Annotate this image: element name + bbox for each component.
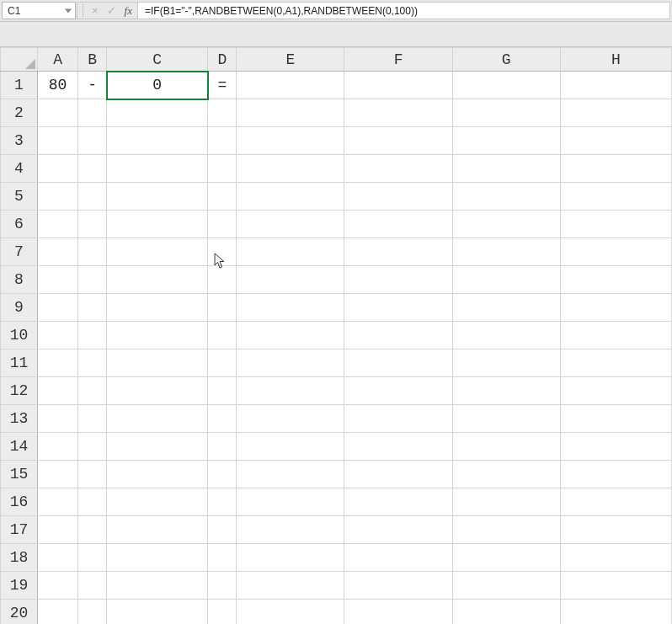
cell-A6[interactable] bbox=[38, 211, 78, 238]
cell-G19[interactable] bbox=[452, 572, 560, 600]
cell-B5[interactable] bbox=[78, 183, 107, 211]
row-header-9[interactable]: 9 bbox=[1, 294, 38, 322]
cell-H19[interactable] bbox=[560, 572, 671, 600]
cell-A17[interactable] bbox=[38, 516, 78, 544]
cell-H3[interactable] bbox=[560, 127, 671, 155]
cell-A19[interactable] bbox=[38, 572, 78, 600]
cell-B17[interactable] bbox=[78, 516, 107, 544]
row-header-8[interactable]: 8 bbox=[1, 266, 38, 294]
cell-C1[interactable]: 0 bbox=[107, 72, 208, 99]
row-header-15[interactable]: 15 bbox=[1, 461, 38, 488]
cell-E13[interactable] bbox=[237, 405, 344, 433]
cell-D12[interactable] bbox=[208, 377, 237, 405]
cell-G20[interactable] bbox=[452, 600, 560, 625]
cell-B8[interactable] bbox=[78, 266, 107, 294]
cell-H17[interactable] bbox=[560, 516, 671, 544]
enter-formula-button[interactable]: ✓ bbox=[107, 4, 116, 17]
cell-G13[interactable] bbox=[452, 405, 560, 433]
row-header-14[interactable]: 14 bbox=[1, 433, 38, 461]
cell-B2[interactable] bbox=[78, 99, 107, 127]
cell-H4[interactable] bbox=[560, 155, 671, 183]
cell-C16[interactable] bbox=[107, 488, 208, 516]
cell-H15[interactable] bbox=[560, 461, 671, 488]
cell-C4[interactable] bbox=[107, 155, 208, 183]
cell-B6[interactable] bbox=[78, 211, 107, 238]
row-header-6[interactable]: 6 bbox=[1, 211, 38, 238]
cell-E11[interactable] bbox=[237, 349, 344, 377]
cell-D4[interactable] bbox=[208, 155, 237, 183]
cell-F17[interactable] bbox=[344, 516, 452, 544]
cell-G10[interactable] bbox=[452, 322, 560, 349]
cell-F5[interactable] bbox=[344, 183, 452, 211]
cell-H11[interactable] bbox=[560, 349, 671, 377]
column-header-G[interactable]: G bbox=[452, 48, 560, 72]
cell-D6[interactable] bbox=[208, 211, 237, 238]
cell-B1[interactable]: - bbox=[78, 72, 107, 99]
cell-A4[interactable] bbox=[38, 155, 78, 183]
cell-D11[interactable] bbox=[208, 349, 237, 377]
cell-D13[interactable] bbox=[208, 405, 237, 433]
cell-D17[interactable] bbox=[208, 516, 237, 544]
cell-D9[interactable] bbox=[208, 294, 237, 322]
row-header-16[interactable]: 16 bbox=[1, 488, 38, 516]
cell-G4[interactable] bbox=[452, 155, 560, 183]
cell-G14[interactable] bbox=[452, 433, 560, 461]
cell-B20[interactable] bbox=[78, 600, 107, 625]
insert-function-button[interactable]: fx bbox=[125, 4, 132, 18]
cell-B3[interactable] bbox=[78, 127, 107, 155]
cell-H2[interactable] bbox=[560, 99, 671, 127]
cell-C6[interactable] bbox=[107, 211, 208, 238]
row-header-11[interactable]: 11 bbox=[1, 349, 38, 377]
row-header-3[interactable]: 3 bbox=[1, 127, 38, 155]
cell-D8[interactable] bbox=[208, 266, 237, 294]
cell-H20[interactable] bbox=[560, 600, 671, 625]
cell-C19[interactable] bbox=[107, 572, 208, 600]
cell-C18[interactable] bbox=[107, 544, 208, 572]
cell-G11[interactable] bbox=[452, 349, 560, 377]
cell-F19[interactable] bbox=[344, 572, 452, 600]
cell-G8[interactable] bbox=[452, 266, 560, 294]
cell-A13[interactable] bbox=[38, 405, 78, 433]
row-header-13[interactable]: 13 bbox=[1, 405, 38, 433]
cell-C12[interactable] bbox=[107, 377, 208, 405]
cell-E6[interactable] bbox=[237, 211, 344, 238]
cell-E7[interactable] bbox=[237, 238, 344, 266]
cell-F20[interactable] bbox=[344, 600, 452, 625]
cell-B9[interactable] bbox=[78, 294, 107, 322]
cell-A8[interactable] bbox=[38, 266, 78, 294]
cell-H12[interactable] bbox=[560, 377, 671, 405]
cell-D18[interactable] bbox=[208, 544, 237, 572]
cell-F14[interactable] bbox=[344, 433, 452, 461]
cell-A11[interactable] bbox=[38, 349, 78, 377]
row-header-5[interactable]: 5 bbox=[1, 183, 38, 211]
cell-D2[interactable] bbox=[208, 99, 237, 127]
cell-C20[interactable] bbox=[107, 600, 208, 625]
cell-B16[interactable] bbox=[78, 488, 107, 516]
cell-E10[interactable] bbox=[237, 322, 344, 349]
cell-C8[interactable] bbox=[107, 266, 208, 294]
cell-D14[interactable] bbox=[208, 433, 237, 461]
cell-E3[interactable] bbox=[237, 127, 344, 155]
cell-C7[interactable] bbox=[107, 238, 208, 266]
cell-A10[interactable] bbox=[38, 322, 78, 349]
cell-G12[interactable] bbox=[452, 377, 560, 405]
cell-C3[interactable] bbox=[107, 127, 208, 155]
cell-F2[interactable] bbox=[344, 99, 452, 127]
cell-A9[interactable] bbox=[38, 294, 78, 322]
cell-A18[interactable] bbox=[38, 544, 78, 572]
cell-F15[interactable] bbox=[344, 461, 452, 488]
cell-B18[interactable] bbox=[78, 544, 107, 572]
cell-F16[interactable] bbox=[344, 488, 452, 516]
cell-G2[interactable] bbox=[452, 99, 560, 127]
cell-E9[interactable] bbox=[237, 294, 344, 322]
cell-D3[interactable] bbox=[208, 127, 237, 155]
cell-B19[interactable] bbox=[78, 572, 107, 600]
cell-G15[interactable] bbox=[452, 461, 560, 488]
cell-H14[interactable] bbox=[560, 433, 671, 461]
cell-D15[interactable] bbox=[208, 461, 237, 488]
cell-D7[interactable] bbox=[208, 238, 237, 266]
cell-A14[interactable] bbox=[38, 433, 78, 461]
cell-B10[interactable] bbox=[78, 322, 107, 349]
formula-input[interactable]: =IF(B1="-",RANDBETWEEN(0,A1),RANDBETWEEN… bbox=[138, 2, 670, 19]
cell-A15[interactable] bbox=[38, 461, 78, 488]
